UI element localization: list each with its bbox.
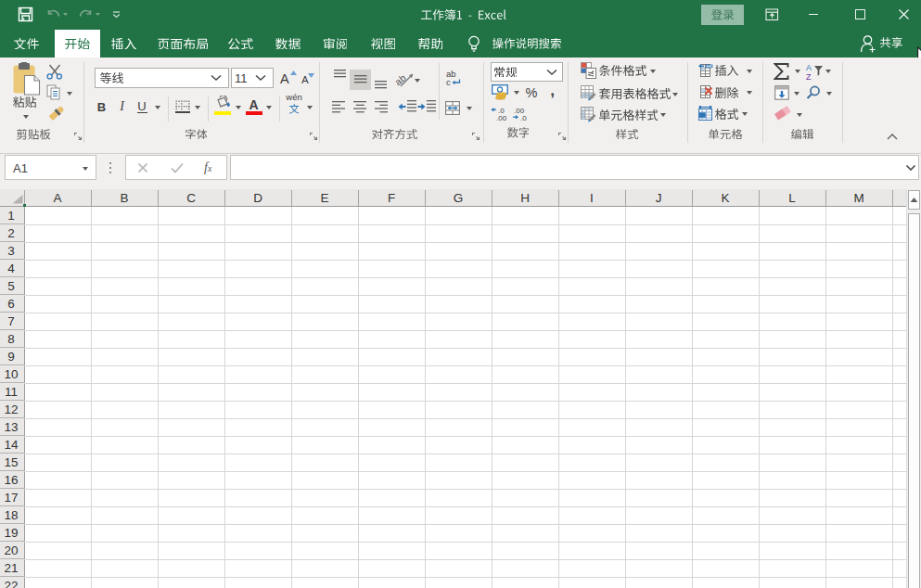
svg-text:.0: .0 [520, 114, 527, 121]
svg-text:c: c [446, 77, 451, 86]
svg-text:A: A [806, 63, 812, 72]
svg-text:Z: Z [806, 72, 812, 81]
svg-text:.00: .00 [496, 114, 507, 121]
